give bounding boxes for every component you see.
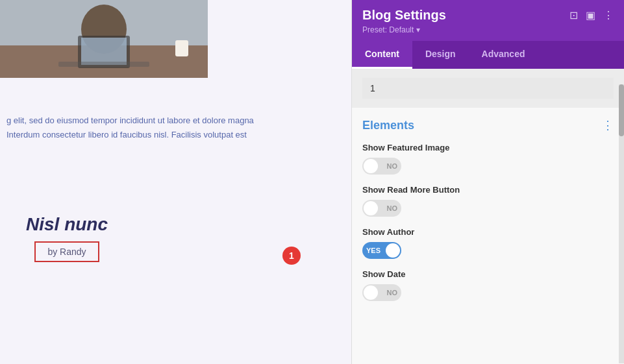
blog-preview: g elit, sed do eiusmod tempor incididunt… (0, 0, 351, 364)
toggle-date-label: Show Date (362, 269, 614, 279)
elements-section: Elements ⋮ Show Featured Image NO Show R… (352, 108, 624, 301)
blog-body-text: g elit, sed do eiusmod tempor incididunt… (0, 114, 273, 142)
tab-content[interactable]: Content (352, 41, 412, 69)
elements-menu-icon[interactable]: ⋮ (602, 118, 614, 132)
toggle-date-row: Show Date NO (362, 269, 614, 301)
toggle-read-more[interactable]: NO (362, 200, 401, 217)
elements-title: Elements (362, 119, 414, 132)
svg-rect-5 (175, 40, 188, 56)
toggle-read-more-row: Show Read More Button NO (362, 185, 614, 217)
step-badge: 1 (282, 247, 301, 265)
toggle-featured-image-knob (364, 159, 378, 173)
number-input[interactable] (362, 78, 614, 99)
expand-icon[interactable]: ⊡ (569, 9, 578, 21)
settings-panel: Blog Settings ⊡ ▣ ⋮ Preset: Default ▾ Co… (351, 0, 624, 364)
elements-header: Elements ⋮ (362, 118, 614, 132)
settings-body: Elements ⋮ Show Featured Image NO Show R… (352, 69, 624, 364)
tab-advanced[interactable]: Advanced (469, 41, 538, 69)
toggle-date-knob (364, 285, 378, 300)
settings-header: Blog Settings ⊡ ▣ ⋮ Preset: Default ▾ (352, 0, 624, 41)
toggle-author-knob (386, 243, 400, 258)
toggle-read-more-label: Show Read More Button (362, 185, 614, 195)
toggle-featured-image-text: NO (387, 162, 398, 170)
toggle-featured-image[interactable]: NO (362, 158, 401, 175)
toggle-author-label: Show Author (362, 227, 614, 237)
toggle-author-text: YES (366, 247, 381, 254)
layout-icon[interactable]: ▣ (586, 9, 595, 21)
toggle-author[interactable]: YES (362, 242, 401, 259)
blog-card-author: by Randy (34, 241, 99, 262)
svg-rect-6 (58, 62, 149, 67)
toggle-date[interactable]: NO (362, 284, 401, 301)
tab-design[interactable]: Design (412, 41, 469, 69)
scrollbar-thumb[interactable] (619, 84, 624, 136)
preset-label[interactable]: Preset: Default ▾ (362, 25, 614, 34)
toggle-featured-image-row: Show Featured Image NO (362, 143, 614, 175)
toggle-featured-image-label: Show Featured Image (362, 143, 614, 152)
toggle-read-more-knob (364, 201, 378, 215)
blog-card: Nisl nunc by Randy (26, 214, 108, 262)
header-icons: ⊡ ▣ ⋮ (569, 9, 614, 21)
blog-card-title: Nisl nunc (26, 214, 108, 235)
toggle-author-row: Show Author YES (362, 227, 614, 259)
toggle-date-text: NO (387, 289, 398, 297)
more-icon[interactable]: ⋮ (603, 9, 614, 21)
toggle-read-more-text: NO (387, 204, 398, 212)
blog-hero-image (0, 0, 208, 78)
svg-rect-4 (81, 38, 127, 65)
scrollbar[interactable] (619, 84, 624, 363)
settings-tabs: Content Design Advanced (352, 41, 624, 69)
number-row (352, 69, 624, 108)
settings-title: Blog Settings (362, 8, 446, 23)
